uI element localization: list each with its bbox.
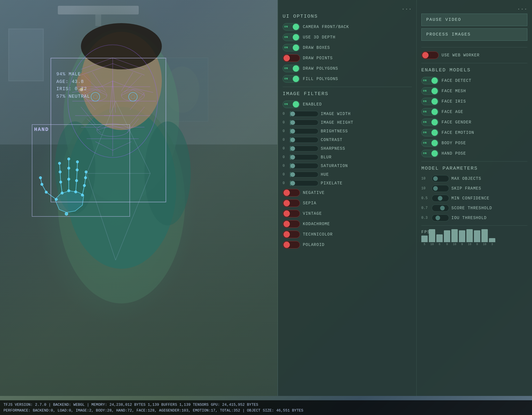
slider-blur-label: BLUR — [321, 155, 332, 160]
param-min-confidence-toggle[interactable] — [432, 195, 449, 202]
toggle-webworker[interactable]: OFF — [421, 51, 439, 59]
param-max-objects-value: 10 — [421, 177, 429, 181]
image-filters-title: IMAGE FILTERS — [283, 91, 412, 97]
fps-bar-label: 10 — [468, 243, 471, 246]
toggle-body-pose[interactable]: ON — [421, 139, 439, 147]
filter-image-height: 0 IMAGE HEIGHT — [283, 120, 412, 125]
slider-width-value: 0 — [283, 112, 287, 116]
model-hand-pose-label: HAND POSE — [442, 151, 466, 156]
face-emotion-stat: 57% NEUTRAL — [56, 93, 90, 101]
toggle-face-mesh[interactable]: ON — [421, 87, 439, 95]
slider-sharpness-label: SHARPNESS — [321, 146, 345, 151]
model-parameters-title: MODEL PARAMETERS — [421, 166, 527, 171]
slider-hue-label: HUE — [321, 172, 329, 177]
slider-pixelate-track[interactable] — [290, 180, 318, 186]
model-face-age: ON FACE AGE — [421, 108, 527, 116]
hand-detection-box — [32, 124, 130, 217]
webworker-row: OFF USE WEB WORKER — [421, 51, 527, 59]
fps-bar: 9 — [444, 230, 450, 246]
toggle-hand-pose[interactable]: ON — [421, 150, 439, 157]
toggle-face-emotion[interactable]: ON — [421, 129, 439, 136]
slider-sharpness-track[interactable] — [290, 146, 318, 151]
divider-5 — [421, 225, 527, 226]
filter-polaroid-label: POLAROID — [303, 242, 325, 247]
toggle-draw-points[interactable]: OFF — [283, 54, 300, 62]
fps-bar: 9 — [474, 230, 480, 246]
slider-brightness-track[interactable] — [290, 128, 318, 134]
param-max-objects: 10 MAX OBJECTS — [421, 175, 527, 182]
toggle-face-detect[interactable]: ON — [421, 77, 439, 84]
slider-width-track[interactable] — [290, 111, 318, 117]
face-iris-stat: IRIS: 0.72 — [56, 86, 90, 93]
slider-blur-track[interactable] — [290, 154, 318, 160]
param-max-objects-toggle[interactable] — [432, 175, 449, 182]
slider-pixelate-value: 0 — [283, 181, 287, 185]
options-panel-more[interactable]: ... — [283, 5, 412, 11]
toggle-face-iris[interactable]: ON — [421, 98, 439, 105]
toggle-kodachrome[interactable]: OFF — [283, 220, 300, 228]
divider-3 — [421, 63, 527, 63]
param-score-threshold-toggle[interactable] — [432, 205, 449, 212]
pause-video-button[interactable]: PAUSE VIDEO — [421, 14, 527, 26]
toggle-face-gender[interactable]: ON — [421, 118, 439, 126]
filter-brightness: 0 BRIGHTNESS — [283, 128, 412, 134]
divider-4 — [421, 161, 527, 162]
option-draw-boxes: ON DRAW BOXES — [283, 44, 412, 51]
slider-brightness-label: BRIGHTNESS — [321, 129, 348, 134]
toggle-face-age[interactable]: ON — [421, 108, 439, 116]
model-body-pose-label: BODY POSE — [442, 141, 466, 145]
param-iou-threshold: 0.3 IOU THRESHOLD — [421, 214, 527, 221]
toggle-draw-boxes[interactable]: ON — [283, 44, 300, 51]
toggle-camera[interactable]: ON — [283, 23, 300, 31]
toggle-filter-enabled[interactable]: ON — [283, 101, 300, 108]
hand-label: HAND — [34, 127, 49, 132]
webworker-label: USE WEB WORKER — [442, 53, 480, 58]
toggle-technicolor[interactable]: OFF — [283, 231, 300, 238]
option-camera-label: CAMERA FRONT/BACK — [303, 25, 349, 29]
slider-height-track[interactable] — [290, 120, 318, 125]
right-panel-more[interactable]: ... — [421, 5, 527, 11]
slider-contrast-track[interactable] — [290, 137, 318, 143]
filter-negative-label: NEGATIVE — [303, 190, 325, 195]
filter-sepia: OFF SEPIA — [283, 199, 412, 207]
param-skip-frames: 10 SKIP FRAMES — [421, 185, 527, 192]
toggle-fill-polygons[interactable]: ON — [283, 75, 300, 83]
fps-bar-label: 9 — [461, 243, 463, 246]
slider-contrast-value: 0 — [283, 138, 287, 142]
param-iou-threshold-toggle[interactable] — [432, 214, 449, 221]
toggle-vintage[interactable]: OFF — [283, 210, 300, 217]
toggle-sepia[interactable]: OFF — [283, 199, 300, 207]
slider-hue-track[interactable] — [290, 172, 318, 177]
model-face-detect-label: FACE DETECT — [442, 78, 471, 83]
enabled-models-title: ENABLED MODELS — [421, 67, 527, 73]
fps-bar-label: 3 — [491, 243, 493, 246]
fps-bar: 10 — [451, 229, 458, 246]
filter-vintage: OFF VINTAGE — [283, 210, 412, 217]
filter-image-width: 0 IMAGE WIDTH — [283, 111, 412, 117]
toggle-3d-depth[interactable]: ON — [283, 34, 300, 41]
fps-bar: 3 — [489, 238, 495, 246]
filter-saturation: 0 SATURATION — [283, 163, 412, 169]
status-line-2: PERFORMANCE: BACKEND:0, LOAD:0, IMAGE:2,… — [3, 408, 529, 414]
model-face-emotion-label: FACE EMOTION — [442, 130, 474, 135]
fps-bar-label: 10 — [483, 243, 486, 246]
slider-saturation-track[interactable] — [290, 163, 318, 169]
slider-height-label: IMAGE HEIGHT — [321, 120, 353, 125]
param-skip-frames-toggle[interactable] — [432, 185, 449, 192]
model-face-iris: ON FACE IRIS — [421, 98, 527, 105]
process-images-button[interactable]: PROCESS IMAGES — [421, 28, 527, 41]
slider-pixelate-label: PIXELATE — [321, 181, 342, 186]
status-line-1: TFJS VERSION: 2.7.0 | BACKEND: WEBGL | M… — [3, 402, 529, 408]
option-fill-polygons: ON FILL POLYGONS — [283, 75, 412, 83]
toggle-negative[interactable]: OFF — [283, 189, 300, 197]
option-draw-polygons: ON DRAW POLYGONS — [283, 65, 412, 72]
slider-saturation-value: 0 — [283, 164, 287, 168]
model-face-detect: ON FACE DETECT — [421, 77, 527, 84]
fps-bar: 9 — [459, 230, 465, 246]
toggle-draw-polygons[interactable]: ON — [283, 65, 300, 72]
toggle-polaroid[interactable]: OFF — [283, 241, 300, 249]
filter-kodachrome: OFF KODACHROME — [283, 220, 412, 228]
slider-contrast-label: CONTRAST — [321, 138, 342, 142]
slider-blur-value: 0 — [283, 155, 287, 159]
fps-bar-label: 9 — [476, 243, 478, 246]
